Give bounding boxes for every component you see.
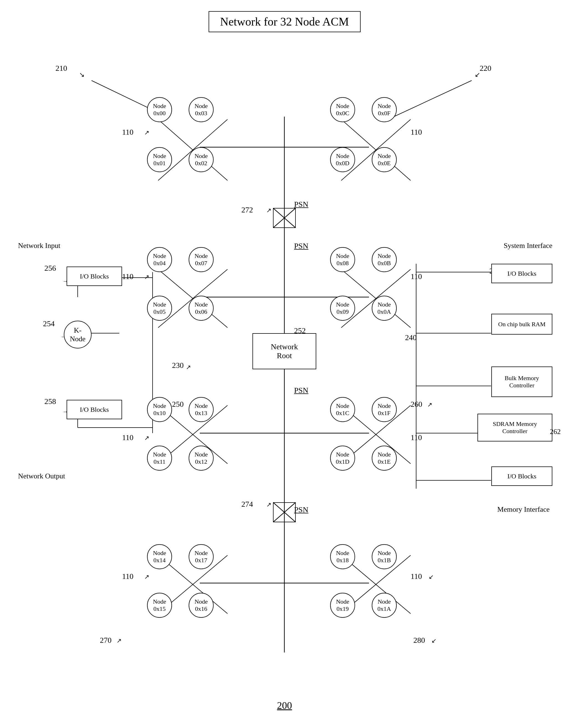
arrow-110-lml: ↗ [144, 435, 149, 442]
psn-label-ur: PSN [294, 242, 308, 250]
node-0A: Node0x0A [372, 296, 397, 321]
ref-110-umr: 110 [410, 272, 422, 281]
node-14: Node0x14 [147, 544, 172, 569]
node-04: Node0x04 [147, 247, 172, 272]
node-1F: Node0x1F [372, 397, 397, 422]
arrow-260: ↗ [427, 401, 432, 408]
node-19: Node0x19 [330, 593, 355, 618]
arrow-110-tl: ↗ [144, 129, 149, 136]
node-1C: Node0x1C [330, 397, 355, 422]
node-17: Node0x17 [189, 544, 214, 569]
ref-254: 254 [43, 319, 55, 328]
node-12: Node0x12 [189, 446, 214, 471]
arrow-110-br: ↙ [429, 573, 434, 581]
svg-line-39 [273, 503, 295, 522]
ref-110-tr: 110 [410, 128, 422, 137]
psn-label-top: PSN [294, 200, 308, 209]
node-0B: Node0x0B [372, 247, 397, 272]
ref-240: 240 [405, 333, 417, 342]
svg-rect-38 [273, 208, 295, 228]
node-01: Node0x01 [147, 147, 172, 172]
network-input-label: Network Input [18, 242, 60, 250]
ref-280: 280 [413, 636, 425, 645]
ref-252: 252 [294, 326, 306, 335]
node-03: Node0x03 [189, 97, 214, 122]
io-blocks-left-top: I/O Blocks [67, 267, 122, 286]
node-1A: Node0x1A [372, 593, 397, 618]
arrow-270: ↗ [117, 637, 122, 644]
ref-110-lmr: 110 [410, 433, 422, 442]
node-06: Node0x06 [189, 296, 214, 321]
ref-110-lml: 110 [122, 433, 134, 442]
on-chip-bulk-ram: On chip bulk RAM [491, 314, 552, 335]
svg-rect-41 [273, 503, 295, 522]
node-08: Node0x08 [330, 247, 355, 272]
ref-270: 270 [100, 636, 112, 645]
memory-interface-label: Memory Interface [497, 505, 550, 514]
node-1D: Node0x1D [330, 446, 355, 471]
ref-110-br: 110 [410, 572, 422, 581]
ref-230: 230 [172, 361, 184, 370]
ref-110-bl: 110 [122, 572, 134, 581]
svg-line-37 [273, 208, 295, 228]
k-node: K-Node [64, 321, 92, 348]
arrow-280: ↙ [431, 637, 436, 644]
ref-210: 210 [56, 64, 67, 73]
figure-number: 200 [277, 700, 292, 711]
svg-line-36 [273, 208, 295, 228]
arrow-220: ↙ [475, 71, 480, 79]
svg-line-40 [273, 503, 295, 522]
ref-220: 220 [480, 64, 491, 73]
arrow-274: ↗ [266, 501, 271, 508]
arrow-230: ↗ [186, 364, 191, 371]
page-title-box: Network for 32 Node ACM [208, 11, 360, 32]
svg-line-45 [394, 81, 472, 117]
ref-260: 260 [410, 400, 422, 409]
node-0E: Node0x0E [372, 147, 397, 172]
node-1B: Node0x1B [372, 544, 397, 569]
network-root-box: NetworkRoot [253, 333, 316, 369]
node-13: Node0x13 [189, 397, 214, 422]
psn-label-bl: PSN [294, 505, 308, 514]
ref-262: 262 [550, 428, 561, 436]
ref-258: 258 [44, 397, 56, 406]
ref-250: 250 [172, 400, 184, 409]
io-blocks-left-bottom: I/O Blocks [67, 400, 122, 419]
node-0D: Node0x0D [330, 147, 355, 172]
system-interface-label: System Interface [504, 242, 552, 250]
network-output-label: Network Output [18, 472, 65, 480]
node-02: Node0x02 [189, 147, 214, 172]
node-16: Node0x16 [189, 593, 214, 618]
io-blocks-right-bottom: I/O Blocks [491, 466, 552, 486]
node-05: Node0x05 [147, 296, 172, 321]
arrow-110-uml: ↗ [144, 273, 149, 281]
node-09: Node0x09 [330, 296, 355, 321]
node-00: Node0x00 [147, 97, 172, 122]
node-10: Node0x10 [147, 397, 172, 422]
node-15: Node0x15 [147, 593, 172, 618]
ref-110-tl: 110 [122, 128, 134, 137]
arrow-110-bl: ↗ [144, 573, 149, 581]
node-07: Node0x07 [189, 247, 214, 272]
io-blocks-right-top: I/O Blocks [491, 264, 552, 283]
ref-272: 272 [242, 205, 253, 214]
node-11: Node0x11 [147, 446, 172, 471]
ref-274: 274 [242, 500, 253, 509]
node-0F: Node0x0F [372, 97, 397, 122]
arrow-210: ↘ [79, 71, 85, 79]
sdram-memory-controller: SDRAM MemoryController [477, 414, 552, 441]
node-1E: Node0x1E [372, 446, 397, 471]
ref-256: 256 [44, 264, 56, 273]
arrow-272: ↗ [266, 207, 271, 214]
ref-110-uml: 110 [122, 272, 134, 281]
node-0C: Node0x0C [330, 97, 355, 122]
node-18: Node0x18 [330, 544, 355, 569]
psn-label-ll: PSN [294, 386, 308, 395]
bulk-memory-controller: Bulk Memory Controller [491, 366, 552, 397]
